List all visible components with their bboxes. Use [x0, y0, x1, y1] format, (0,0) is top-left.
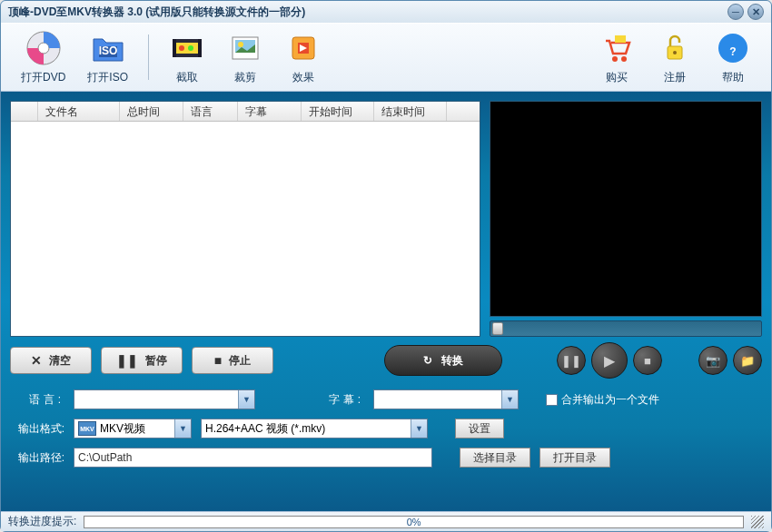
clear-button[interactable]: ✕ 清空	[10, 347, 92, 374]
select-dir-button[interactable]: 选择目录	[460, 448, 530, 468]
refresh-icon: ↻	[423, 354, 432, 367]
column-language[interactable]: 语言	[183, 102, 238, 121]
language-label: 语言:	[10, 392, 64, 408]
help-button[interactable]: ? 帮助	[706, 26, 760, 89]
convert-button[interactable]: ↻ 转换	[384, 345, 502, 376]
column-duration[interactable]: 总时间	[120, 102, 183, 121]
pause-icon: ❚❚	[116, 353, 138, 368]
minimize-button[interactable]: ─	[727, 4, 744, 20]
file-list-panel: 文件名 总时间 语言 字幕 开始时间 结束时间	[10, 101, 480, 337]
svg-point-18	[673, 51, 677, 54]
titlebar: 顶峰-DVD至MKV转换器 3.0 (试用版只能转换源文件的一部分) ─ ✕	[1, 1, 771, 23]
x-icon: ✕	[31, 353, 42, 368]
player-stop-button[interactable]: ■	[633, 346, 662, 375]
settings-panel: 语言: ▼ 字幕: ▼ 合并输出为一个文件 输出格式:	[10, 384, 762, 473]
svg-point-7	[188, 45, 193, 51]
codec-select[interactable]: H.264+AAC 视频 (*.mkv) ▼	[201, 419, 428, 438]
chevron-down-icon: ▼	[238, 390, 254, 409]
column-subtitle[interactable]: 字幕	[238, 102, 302, 121]
window-title: 顶峰-DVD至MKV转换器 3.0 (试用版只能转换源文件的一部分)	[8, 5, 727, 20]
chevron-down-icon: ▼	[174, 419, 191, 438]
progress-bar: 0%	[84, 516, 744, 528]
preview-panel	[490, 101, 762, 337]
subtitle-select[interactable]: ▼	[373, 389, 519, 409]
merge-checkbox-wrap[interactable]: 合并输出为一个文件	[546, 392, 659, 408]
player-play-button[interactable]: ▶	[591, 342, 628, 379]
playback-controls: ❚❚ ▶ ■	[557, 342, 662, 379]
dvd-disc-icon	[25, 30, 62, 66]
preview-screen	[490, 101, 762, 317]
close-button[interactable]: ✕	[747, 4, 764, 20]
mkv-icon: MKV	[78, 421, 96, 436]
status-label: 转换进度提示:	[8, 514, 76, 529]
open-iso-button[interactable]: ISO 打开ISO	[78, 26, 137, 89]
path-label: 输出路径:	[10, 450, 64, 466]
language-select[interactable]: ▼	[74, 389, 255, 409]
column-checkbox[interactable]	[11, 102, 38, 121]
stop-button[interactable]: ■ 停止	[192, 347, 273, 374]
merge-checkbox[interactable]	[546, 394, 558, 406]
lock-icon	[657, 30, 693, 66]
statusbar: 转换进度提示: 0%	[1, 511, 771, 531]
svg-text:ISO: ISO	[98, 44, 117, 57]
resize-grip[interactable]	[751, 516, 764, 528]
svg-point-12	[238, 42, 243, 47]
effect-icon	[285, 30, 322, 66]
open-dvd-button[interactable]: 打开DVD	[12, 26, 74, 89]
chevron-down-icon: ▼	[411, 419, 427, 438]
main-area: 文件名 总时间 语言 字幕 开始时间 结束时间 ✕ 清空	[1, 92, 771, 511]
output-path-input[interactable]: C:\OutPath	[74, 448, 432, 468]
snapshot-button[interactable]: 📷	[698, 346, 727, 375]
open-folder-button[interactable]: 📁	[733, 346, 762, 375]
svg-rect-16	[615, 35, 626, 43]
svg-text:?: ?	[729, 45, 736, 58]
svg-rect-9	[198, 39, 202, 57]
subtitle-label: 字幕:	[310, 392, 364, 408]
open-dir-button[interactable]: 打开目录	[539, 448, 610, 468]
snapshot-controls: 📷 📁	[698, 346, 762, 375]
shopping-cart-icon	[599, 30, 635, 66]
player-pause-button[interactable]: ❚❚	[557, 346, 586, 375]
preview-slider[interactable]	[490, 320, 762, 337]
format-label: 输出格式:	[10, 421, 64, 437]
app-window: 顶峰-DVD至MKV转换器 3.0 (试用版只能转换源文件的一部分) ─ ✕ 打…	[0, 0, 772, 532]
help-icon: ?	[715, 30, 751, 66]
toolbar: 打开DVD ISO 打开ISO 截取 裁剪 效果	[1, 23, 771, 92]
buy-button[interactable]: 购买	[589, 26, 644, 89]
svg-point-1	[38, 43, 49, 54]
column-filename[interactable]: 文件名	[38, 102, 120, 121]
table-header: 文件名 总时间 语言 字幕 开始时间 结束时间	[11, 102, 480, 122]
svg-point-14	[612, 56, 618, 62]
capture-button[interactable]: 截取	[160, 26, 214, 89]
register-button[interactable]: 注册	[648, 26, 702, 89]
svg-rect-8	[173, 39, 176, 57]
filmstrip-icon	[169, 30, 205, 66]
stop-icon: ■	[214, 353, 222, 368]
pause-button[interactable]: ❚❚ 暂停	[101, 347, 183, 374]
effect-button[interactable]: 效果	[276, 26, 331, 89]
settings-button[interactable]: 设置	[455, 419, 504, 438]
chevron-down-icon: ▼	[501, 390, 518, 409]
picture-icon	[227, 30, 263, 66]
format-select[interactable]: MKV MKV视频 ▼	[74, 419, 192, 438]
column-start[interactable]: 开始时间	[302, 102, 374, 121]
slider-thumb[interactable]	[492, 322, 503, 335]
trim-button[interactable]: 裁剪	[218, 26, 272, 89]
iso-folder-icon: ISO	[90, 30, 126, 66]
svg-point-6	[179, 45, 184, 51]
progress-text: 0%	[407, 517, 421, 527]
column-end[interactable]: 结束时间	[374, 102, 447, 121]
svg-point-15	[621, 56, 627, 62]
